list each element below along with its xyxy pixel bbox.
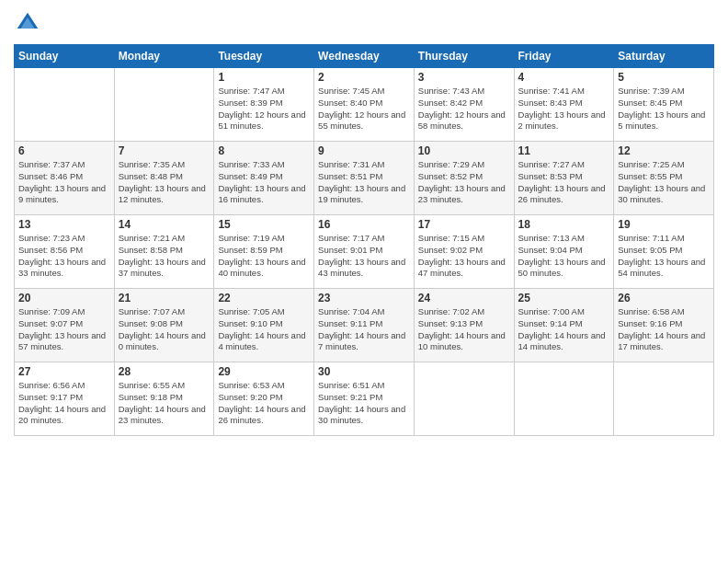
calendar-week-row: 20Sunrise: 7:09 AM Sunset: 9:07 PM Dayli… xyxy=(15,289,714,362)
day-info: Sunrise: 7:37 AM Sunset: 8:46 PM Dayligh… xyxy=(18,159,110,206)
calendar-week-row: 6Sunrise: 7:37 AM Sunset: 8:46 PM Daylig… xyxy=(15,142,714,215)
day-number: 9 xyxy=(318,144,410,157)
calendar-cell: 28Sunrise: 6:55 AM Sunset: 9:18 PM Dayli… xyxy=(114,362,214,436)
day-info: Sunrise: 7:19 AM Sunset: 8:59 PM Dayligh… xyxy=(218,233,310,280)
day-number: 4 xyxy=(518,71,610,84)
day-info: Sunrise: 7:09 AM Sunset: 9:07 PM Dayligh… xyxy=(18,306,110,353)
calendar-cell: 12Sunrise: 7:25 AM Sunset: 8:55 PM Dayli… xyxy=(614,142,714,215)
col-tuesday: Tuesday xyxy=(214,45,314,68)
day-number: 15 xyxy=(218,218,310,231)
calendar-cell: 11Sunrise: 7:27 AM Sunset: 8:53 PM Dayli… xyxy=(514,142,614,215)
day-number: 28 xyxy=(119,365,210,378)
day-info: Sunrise: 7:45 AM Sunset: 8:40 PM Dayligh… xyxy=(318,86,410,132)
day-info: Sunrise: 7:43 AM Sunset: 8:42 PM Dayligh… xyxy=(418,86,510,132)
calendar-week-row: 13Sunrise: 7:23 AM Sunset: 8:56 PM Dayli… xyxy=(15,215,714,289)
day-info: Sunrise: 7:23 AM Sunset: 8:56 PM Dayligh… xyxy=(18,233,110,280)
calendar-cell: 17Sunrise: 7:15 AM Sunset: 9:02 PM Dayli… xyxy=(414,215,514,289)
day-number: 25 xyxy=(518,292,610,304)
day-info: Sunrise: 6:56 AM Sunset: 9:17 PM Dayligh… xyxy=(18,380,110,427)
calendar-cell: 4Sunrise: 7:41 AM Sunset: 8:43 PM Daylig… xyxy=(514,68,614,142)
day-number: 20 xyxy=(18,292,110,304)
day-info: Sunrise: 6:53 AM Sunset: 9:20 PM Dayligh… xyxy=(218,380,310,427)
calendar-cell: 3Sunrise: 7:43 AM Sunset: 8:42 PM Daylig… xyxy=(414,68,514,142)
logo xyxy=(14,9,45,37)
day-number: 3 xyxy=(418,71,510,84)
calendar-cell: 26Sunrise: 6:58 AM Sunset: 9:16 PM Dayli… xyxy=(614,289,714,362)
col-monday: Monday xyxy=(114,45,214,68)
day-number: 6 xyxy=(18,144,110,157)
calendar-cell xyxy=(414,362,514,436)
calendar-week-row: 1Sunrise: 7:47 AM Sunset: 8:39 PM Daylig… xyxy=(15,68,714,142)
day-info: Sunrise: 7:05 AM Sunset: 9:10 PM Dayligh… xyxy=(218,306,310,353)
day-number: 7 xyxy=(119,144,210,157)
calendar-cell: 14Sunrise: 7:21 AM Sunset: 8:58 PM Dayli… xyxy=(114,215,214,289)
calendar-cell: 2Sunrise: 7:45 AM Sunset: 8:40 PM Daylig… xyxy=(314,68,415,142)
day-info: Sunrise: 7:39 AM Sunset: 8:45 PM Dayligh… xyxy=(618,86,710,132)
day-info: Sunrise: 7:07 AM Sunset: 9:08 PM Dayligh… xyxy=(119,306,210,353)
day-info: Sunrise: 7:02 AM Sunset: 9:13 PM Dayligh… xyxy=(418,306,510,353)
logo-icon xyxy=(14,9,41,37)
day-number: 23 xyxy=(318,292,410,304)
col-wednesday: Wednesday xyxy=(314,45,415,68)
calendar-cell xyxy=(114,68,214,142)
day-number: 24 xyxy=(418,292,510,304)
day-info: Sunrise: 6:55 AM Sunset: 9:18 PM Dayligh… xyxy=(119,380,210,427)
day-number: 12 xyxy=(618,144,710,157)
day-number: 13 xyxy=(18,218,110,231)
calendar-week-row: 27Sunrise: 6:56 AM Sunset: 9:17 PM Dayli… xyxy=(15,362,714,436)
day-info: Sunrise: 6:58 AM Sunset: 9:16 PM Dayligh… xyxy=(618,306,710,353)
calendar-cell: 18Sunrise: 7:13 AM Sunset: 9:04 PM Dayli… xyxy=(514,215,614,289)
calendar-cell: 10Sunrise: 7:29 AM Sunset: 8:52 PM Dayli… xyxy=(414,142,514,215)
calendar-cell xyxy=(614,362,714,436)
day-info: Sunrise: 6:51 AM Sunset: 9:21 PM Dayligh… xyxy=(318,380,410,427)
calendar-header-row: Sunday Monday Tuesday Wednesday Thursday… xyxy=(15,45,714,68)
calendar-cell xyxy=(15,68,115,142)
day-info: Sunrise: 7:13 AM Sunset: 9:04 PM Dayligh… xyxy=(518,233,610,280)
calendar-cell: 21Sunrise: 7:07 AM Sunset: 9:08 PM Dayli… xyxy=(114,289,214,362)
day-number: 17 xyxy=(418,218,510,231)
calendar-cell: 30Sunrise: 6:51 AM Sunset: 9:21 PM Dayli… xyxy=(314,362,415,436)
day-info: Sunrise: 7:11 AM Sunset: 9:05 PM Dayligh… xyxy=(618,233,710,280)
day-info: Sunrise: 7:35 AM Sunset: 8:48 PM Dayligh… xyxy=(119,159,210,206)
day-info: Sunrise: 7:47 AM Sunset: 8:39 PM Dayligh… xyxy=(218,86,310,132)
day-number: 22 xyxy=(218,292,310,304)
calendar-cell: 24Sunrise: 7:02 AM Sunset: 9:13 PM Dayli… xyxy=(414,289,514,362)
day-info: Sunrise: 7:29 AM Sunset: 8:52 PM Dayligh… xyxy=(418,159,510,206)
day-info: Sunrise: 7:04 AM Sunset: 9:11 PM Dayligh… xyxy=(318,306,410,353)
col-saturday: Saturday xyxy=(614,45,714,68)
day-info: Sunrise: 7:33 AM Sunset: 8:49 PM Dayligh… xyxy=(218,159,310,206)
calendar-cell: 1Sunrise: 7:47 AM Sunset: 8:39 PM Daylig… xyxy=(214,68,314,142)
calendar-cell: 8Sunrise: 7:33 AM Sunset: 8:49 PM Daylig… xyxy=(214,142,314,215)
day-number: 8 xyxy=(218,144,310,157)
day-info: Sunrise: 7:25 AM Sunset: 8:55 PM Dayligh… xyxy=(618,159,710,206)
day-number: 16 xyxy=(318,218,410,231)
calendar-cell: 6Sunrise: 7:37 AM Sunset: 8:46 PM Daylig… xyxy=(15,142,115,215)
day-info: Sunrise: 7:15 AM Sunset: 9:02 PM Dayligh… xyxy=(418,233,510,280)
col-sunday: Sunday xyxy=(15,45,115,68)
calendar-cell: 5Sunrise: 7:39 AM Sunset: 8:45 PM Daylig… xyxy=(614,68,714,142)
day-number: 27 xyxy=(18,365,110,378)
day-number: 18 xyxy=(518,218,610,231)
day-number: 14 xyxy=(119,218,210,231)
col-thursday: Thursday xyxy=(414,45,514,68)
calendar-cell: 20Sunrise: 7:09 AM Sunset: 9:07 PM Dayli… xyxy=(15,289,115,362)
calendar-cell: 29Sunrise: 6:53 AM Sunset: 9:20 PM Dayli… xyxy=(214,362,314,436)
day-number: 5 xyxy=(618,71,710,84)
calendar-cell: 16Sunrise: 7:17 AM Sunset: 9:01 PM Dayli… xyxy=(314,215,415,289)
calendar-cell: 7Sunrise: 7:35 AM Sunset: 8:48 PM Daylig… xyxy=(114,142,214,215)
calendar-table: Sunday Monday Tuesday Wednesday Thursday… xyxy=(14,44,714,436)
day-info: Sunrise: 7:00 AM Sunset: 9:14 PM Dayligh… xyxy=(518,306,610,353)
day-number: 1 xyxy=(218,71,310,84)
calendar-cell: 22Sunrise: 7:05 AM Sunset: 9:10 PM Dayli… xyxy=(214,289,314,362)
day-number: 30 xyxy=(318,365,410,378)
calendar-cell: 27Sunrise: 6:56 AM Sunset: 9:17 PM Dayli… xyxy=(15,362,115,436)
day-number: 11 xyxy=(518,144,610,157)
day-info: Sunrise: 7:27 AM Sunset: 8:53 PM Dayligh… xyxy=(518,159,610,206)
calendar-cell xyxy=(514,362,614,436)
calendar-cell: 25Sunrise: 7:00 AM Sunset: 9:14 PM Dayli… xyxy=(514,289,614,362)
calendar-cell: 19Sunrise: 7:11 AM Sunset: 9:05 PM Dayli… xyxy=(614,215,714,289)
day-info: Sunrise: 7:41 AM Sunset: 8:43 PM Dayligh… xyxy=(518,86,610,132)
day-number: 10 xyxy=(418,144,510,157)
calendar-cell: 23Sunrise: 7:04 AM Sunset: 9:11 PM Dayli… xyxy=(314,289,415,362)
day-number: 29 xyxy=(218,365,310,378)
